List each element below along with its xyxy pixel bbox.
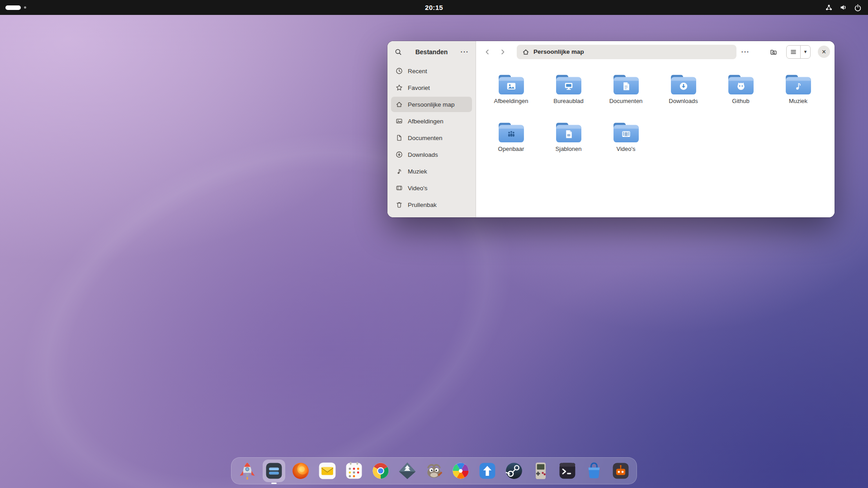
sidebar-item-documenten[interactable]: Documenten	[391, 130, 472, 145]
list-view-icon	[790, 48, 797, 56]
folder-icon	[555, 120, 583, 144]
dock-icon-calendar[interactable]	[343, 460, 365, 482]
path-label: Persoonlijke map	[533, 48, 584, 55]
dock-icon-firefox[interactable]	[289, 460, 312, 482]
folder-github[interactable]: Github	[712, 72, 769, 105]
dock-icon-app-launcher[interactable]	[236, 460, 259, 482]
folder-grid: Afbeeldingen Bureaublad Documenten	[476, 62, 835, 217]
sidebar-item-icon	[396, 117, 403, 125]
folder-icon	[497, 72, 525, 96]
close-button[interactable]: ×	[818, 46, 830, 58]
dock-icon-mail[interactable]	[316, 460, 339, 482]
sidebar-item-persoonlijke-map[interactable]: Persoonlijke map	[391, 97, 472, 112]
sidebar-item-videos[interactable]: Video's	[391, 180, 472, 196]
dock-app-icon	[397, 461, 417, 481]
view-dropdown-arrow[interactable]: ▾	[800, 46, 810, 58]
main-pane: Persoonlijke map ··· ▾ ×	[476, 41, 835, 217]
folder-label: Openbaar	[498, 146, 524, 153]
view-toggle[interactable]: ▾	[786, 45, 811, 59]
sidebar: Bestanden ··· Recent Favoriet Pers	[387, 41, 476, 217]
sidebar-item-icon	[396, 84, 403, 91]
dock-icon-inkscape[interactable]	[396, 460, 419, 482]
folder-openbaar[interactable]: Openbaar	[482, 120, 540, 153]
sidebar-item-prullenbak[interactable]: Prullenbak	[391, 197, 472, 212]
dock-icon-games[interactable]	[609, 460, 632, 482]
dock-app-icon	[344, 461, 364, 481]
sidebar-item-label: Video's	[408, 185, 428, 192]
folder-videos[interactable]: Video's	[597, 120, 655, 153]
folder-downloads[interactable]: Downloads	[655, 72, 712, 105]
network-icon	[825, 4, 833, 11]
path-menu-ellipsis-icon: ···	[741, 49, 750, 55]
path-menu-button[interactable]: ···	[738, 45, 753, 59]
dock-icon-files[interactable]	[263, 460, 285, 482]
files-window: Bestanden ··· Recent Favoriet Pers	[387, 41, 835, 217]
folder-icon	[555, 72, 583, 96]
dock-app-icon	[611, 461, 631, 481]
sidebar-item-label: Recent	[408, 68, 427, 75]
sidebar-item-icon	[396, 184, 403, 192]
folder-icon	[784, 72, 812, 96]
folder-afbeeldingen[interactable]: Afbeeldingen	[482, 72, 540, 105]
sidebar-header: Bestanden ···	[387, 41, 476, 62]
folder-label: Afbeeldingen	[494, 98, 528, 105]
dock-app-icon	[237, 461, 257, 481]
sidebar-item-label: Prullenbak	[408, 202, 437, 208]
sidebar-item-label: Documenten	[408, 135, 443, 141]
volume-icon	[840, 4, 847, 11]
folder-sjablonen[interactable]: Sjablonen	[540, 120, 597, 153]
folder-bureaublad[interactable]: Bureaublad	[540, 72, 597, 105]
folder-icon	[670, 72, 698, 96]
search-icon	[395, 48, 402, 56]
folder-search-button[interactable]	[766, 45, 781, 59]
sidebar-item-label: Downloads	[408, 151, 438, 158]
power-icon	[854, 4, 862, 11]
folder-icon	[612, 72, 640, 96]
dock-icon-office[interactable]	[476, 460, 499, 482]
menu-ellipsis-icon: ···	[461, 49, 469, 55]
sidebar-item-label: Favoriet	[408, 84, 430, 91]
dock	[231, 457, 637, 484]
path-bar[interactable]: Persoonlijke map	[517, 45, 736, 59]
sidebar-item-afbeeldingen[interactable]: Afbeeldingen	[391, 113, 472, 129]
dock-icon-terminal[interactable]	[556, 460, 579, 482]
folder-documenten[interactable]: Documenten	[597, 72, 655, 105]
dock-app-icon	[451, 461, 471, 481]
dock-icon-gimp[interactable]	[423, 460, 445, 482]
clock[interactable]: 20:15	[425, 4, 443, 11]
workspace-dot	[24, 6, 26, 9]
workspace-pill-active	[5, 5, 21, 10]
dock-app-icon	[317, 461, 337, 481]
dock-app-icon	[557, 461, 577, 481]
sidebar-item-recent[interactable]: Recent	[391, 63, 472, 79]
folder-icon	[497, 120, 525, 144]
folder-icon	[612, 120, 640, 144]
sidebar-item-muziek[interactable]: Muziek	[391, 164, 472, 179]
list-view-button[interactable]	[787, 46, 800, 58]
dock-icon-steam[interactable]	[503, 460, 525, 482]
sidebar-item-label: Afbeeldingen	[408, 118, 443, 125]
folder-label: Muziek	[789, 98, 807, 105]
dock-app-icon	[504, 461, 524, 481]
dock-icon-retro-games[interactable]	[529, 460, 552, 482]
app-menu-button[interactable]: ···	[458, 45, 472, 59]
search-button[interactable]	[391, 45, 406, 59]
sidebar-item-downloads[interactable]: Downloads	[391, 147, 472, 162]
dock-icon-photos[interactable]	[449, 460, 472, 482]
app-title: Bestanden	[406, 48, 457, 56]
folder-icon	[727, 72, 755, 96]
dock-app-icon	[291, 461, 311, 481]
top-bar: 20:15	[0, 0, 868, 15]
sidebar-item-icon	[396, 134, 403, 141]
dock-icon-software-store[interactable]	[583, 460, 605, 482]
back-button[interactable]	[481, 45, 494, 59]
sidebar-item-icon	[396, 201, 403, 208]
dock-icon-web-browser[interactable]	[369, 460, 392, 482]
folder-search-icon	[770, 48, 777, 56]
sidebar-item-icon	[396, 151, 403, 158]
workspace-indicator[interactable]	[5, 5, 26, 10]
sidebar-item-favoriet[interactable]: Favoriet	[391, 80, 472, 95]
folder-muziek[interactable]: Muziek	[769, 72, 827, 105]
forward-button[interactable]	[496, 45, 509, 59]
system-status-area[interactable]	[825, 4, 862, 11]
